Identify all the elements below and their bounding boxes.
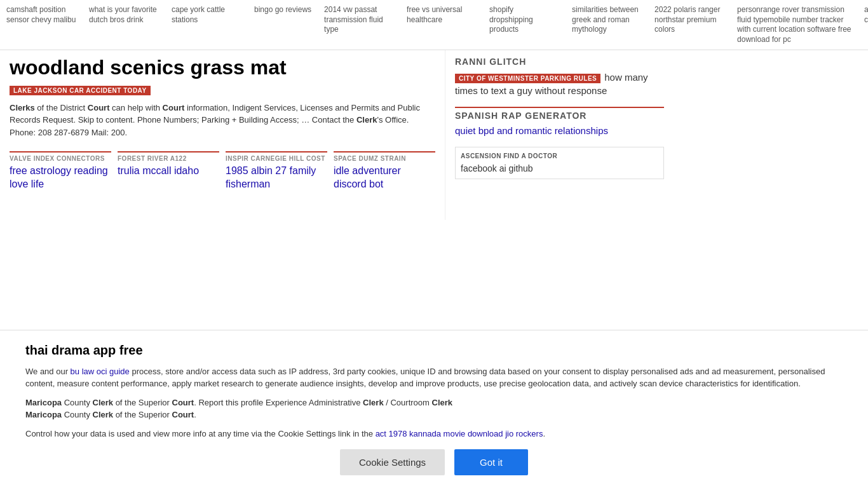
clerks-strong: Clerks [10, 103, 35, 112]
section-label-valve-index: VALVE INDEX CONNECTORS [10, 155, 111, 162]
spanish-link[interactable]: quiet bpd and romantic relationships [455, 125, 664, 137]
ascension-text: facebook ai github [461, 163, 658, 173]
court-strong-2: Court [163, 103, 185, 112]
ascension-label: ASCENSION FIND A DOCTOR [461, 152, 658, 159]
section-forest-river: FOREST RIVER A122 trulia mccall idaho [118, 151, 219, 191]
nav-item-polaris[interactable]: 2022 polaris ranger northstar premium co… [648, 3, 731, 47]
nav-item-cape-york[interactable]: cape york cattle stations [165, 3, 248, 47]
nav-item-similarities[interactable]: similarities between greek and roman myt… [566, 3, 648, 47]
nav-item-person-range[interactable]: personrange rover transmission fluid typ… [731, 3, 858, 47]
section-valve-index: VALVE INDEX CONNECTORS free astrology re… [10, 151, 111, 191]
right-sidebar: RANNI GLITCH CITY OF WESTMINSTER PARKING… [445, 50, 674, 219]
section-link-inspir[interactable]: 1985 albin 27 family fisherman [226, 165, 327, 191]
tag-badge: lake jackson car accident today [10, 86, 151, 95]
sidebar-spanish: SPANISH RAP GENERATOR quiet bpd and roma… [455, 107, 664, 137]
nav-item-aegis[interactable]: aegis bigjon x how cancer to unlock [858, 3, 868, 47]
nav-item-bingo-go[interactable]: bingo go reviews [248, 3, 318, 47]
sidebar-ranni: RANNI GLITCH CITY OF WESTMINSTER PARKING… [455, 57, 664, 97]
nav-item-vw-passat[interactable]: 2014 vw passat transmission fluid type [318, 3, 400, 47]
ranni-content: CITY OF WESTMINSTER PARKING RULEShow man… [455, 71, 664, 97]
court-strong-1: Court [88, 103, 110, 112]
intro-text: Clerks of the District Court can help wi… [10, 102, 435, 139]
section-label-space-dumz: SPACE DUMZ STRAIN [334, 155, 435, 162]
ranni-heading: RANNI GLITCH [455, 57, 664, 67]
section-inspir: INSPIR CARNEGIE HILL COST 1985 albin 27 … [226, 151, 327, 191]
page-title: woodland scenics grass mat [10, 57, 435, 79]
spanish-heading: SPANISH RAP GENERATOR [455, 107, 664, 121]
section-link-space-dumz[interactable]: idle adventurer discord bot [334, 165, 435, 191]
section-link-valve-index[interactable]: free astrology reading love life [10, 165, 111, 191]
section-space-dumz: SPACE DUMZ STRAIN idle adventurer discor… [334, 151, 435, 191]
main-layout: woodland scenics grass mat lake jackson … [0, 50, 868, 219]
section-label-inspir: INSPIR CARNEGIE HILL COST [226, 155, 327, 162]
nav-item-shopify[interactable]: shopify dropshipping products [483, 3, 566, 47]
nav-item-free-vs[interactable]: free vs universal healthcare [400, 3, 483, 47]
ascension-box: ASCENSION FIND A DOCTOR facebook ai gith… [455, 147, 664, 179]
section-link-forest-river[interactable]: trulia mccall idaho [118, 165, 219, 178]
nav-item-camshaft[interactable]: camshaft position sensor chevy malibu [0, 3, 83, 47]
clerk-strong-3: Clerk [356, 115, 377, 125]
nav-item-dutch-bros[interactable]: what is your favorite dutch bros drink [83, 3, 165, 47]
top-navigation: camshaft position sensor chevy malibu wh… [0, 0, 868, 50]
section-label-forest-river: FOREST RIVER A122 [118, 155, 219, 162]
four-col-sections: VALVE INDEX CONNECTORS free astrology re… [10, 151, 435, 201]
left-content: woodland scenics grass mat lake jackson … [0, 50, 445, 219]
ranni-badge: CITY OF WESTMINSTER PARKING RULES [455, 74, 600, 83]
